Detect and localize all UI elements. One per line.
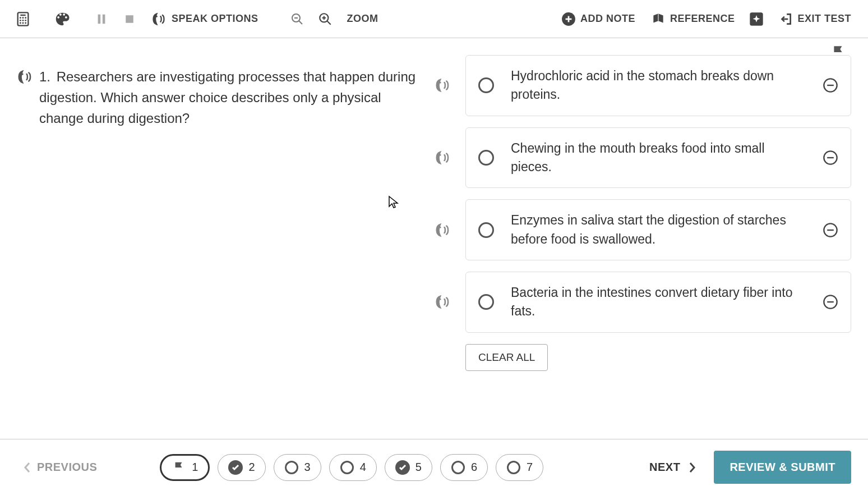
pause-icon xyxy=(95,13,108,25)
palette-button[interactable] xyxy=(50,7,74,31)
svg-point-14 xyxy=(156,15,158,17)
radio-button[interactable] xyxy=(478,222,494,238)
assistant-icon xyxy=(749,11,764,27)
assistant-button[interactable] xyxy=(745,7,768,31)
answer-option[interactable]: Chewing in the mouth breaks food into sm… xyxy=(465,127,851,189)
add-note-label: ADD NOTE xyxy=(580,13,635,25)
question-pill-6[interactable]: 6 xyxy=(440,454,488,481)
speak-answer-button[interactable] xyxy=(432,77,454,94)
question-pill-7[interactable]: 7 xyxy=(496,454,543,481)
eliminate-button[interactable] xyxy=(823,222,838,238)
palette-icon xyxy=(54,11,71,27)
svg-rect-11 xyxy=(98,14,101,24)
speak-icon xyxy=(435,77,451,94)
speak-answer-button[interactable] xyxy=(432,222,454,239)
answer-text: Bacteria in the intestines convert dieta… xyxy=(511,283,806,321)
speak-answer-button[interactable] xyxy=(432,149,454,166)
speak-question-button[interactable] xyxy=(17,68,39,439)
clear-all-button[interactable]: CLEAR ALL xyxy=(465,344,548,371)
exit-test-label: EXIT TEST xyxy=(797,13,851,25)
pill-number: 7 xyxy=(527,461,533,474)
question-pill-1[interactable]: 1 xyxy=(160,454,210,481)
empty-circle-icon xyxy=(340,460,354,475)
pill-number: 4 xyxy=(360,461,366,474)
question-pill-2[interactable]: 2 xyxy=(218,454,265,481)
answer-row: Enzymes in saliva start the digestion of… xyxy=(432,199,851,260)
radio-button[interactable] xyxy=(478,294,494,310)
svg-line-19 xyxy=(327,21,331,25)
question-text: 1. Researchers are investigating process… xyxy=(39,66,421,439)
answer-text: Enzymes in saliva start the digestion of… xyxy=(511,211,806,249)
answer-text: Chewing in the mouth breaks food into sm… xyxy=(511,139,806,177)
speak-options-button[interactable]: SPEAK OPTIONS xyxy=(146,8,264,30)
chevron-right-icon xyxy=(688,462,696,473)
zoom-in-icon xyxy=(318,12,333,26)
clear-row: CLEAR ALL xyxy=(432,344,851,371)
answer-option[interactable]: Enzymes in saliva start the digestion of… xyxy=(465,199,851,260)
pill-number: 2 xyxy=(248,461,255,474)
stop-icon xyxy=(124,14,135,24)
speak-icon xyxy=(435,222,451,239)
eliminate-icon xyxy=(823,294,838,310)
stop-button[interactable] xyxy=(118,7,141,31)
answer-row: Bacteria in the intestines convert dieta… xyxy=(432,272,851,333)
eliminate-icon xyxy=(823,222,838,238)
question-pill-3[interactable]: 3 xyxy=(274,454,321,481)
previous-label: PREVIOUS xyxy=(37,461,97,474)
question-pill-4[interactable]: 4 xyxy=(329,454,377,481)
eliminate-icon xyxy=(823,77,838,93)
check-circle-icon xyxy=(395,460,410,475)
flag-icon xyxy=(831,44,846,61)
svg-rect-12 xyxy=(103,14,105,24)
svg-rect-13 xyxy=(126,15,133,23)
calculator-icon xyxy=(15,11,31,27)
svg-point-32 xyxy=(439,154,441,155)
radio-button[interactable] xyxy=(478,150,494,166)
zoom-out-button[interactable] xyxy=(285,7,309,31)
svg-point-38 xyxy=(439,299,441,300)
pill-number: 3 xyxy=(304,461,311,474)
speak-icon xyxy=(151,11,167,27)
question-column: 1. Researchers are investigating process… xyxy=(17,49,432,439)
add-note-icon xyxy=(561,12,576,26)
pause-button[interactable] xyxy=(90,7,113,31)
reference-button[interactable]: REFERENCE xyxy=(645,8,741,30)
eliminate-button[interactable] xyxy=(823,294,838,310)
exit-icon xyxy=(778,12,793,26)
speak-icon xyxy=(435,149,451,166)
flag-icon xyxy=(172,460,186,475)
pill-number: 1 xyxy=(192,461,198,474)
svg-point-28 xyxy=(21,73,23,75)
speak-answer-button[interactable] xyxy=(432,294,454,310)
toolbar: SPEAK OPTIONS ZOOM ADD NOTE REFERENCE EX… xyxy=(0,0,868,38)
svg-point-29 xyxy=(439,82,441,84)
bottom-nav: PREVIOUS 1 2 3 4 5 xyxy=(0,439,868,495)
reference-label: REFERENCE xyxy=(670,13,735,25)
eliminate-button[interactable] xyxy=(823,77,838,93)
speak-options-label: SPEAK OPTIONS xyxy=(172,13,258,25)
exit-test-button[interactable]: EXIT TEST xyxy=(773,8,857,30)
calculator-button[interactable] xyxy=(11,7,35,31)
previous-button[interactable]: PREVIOUS xyxy=(17,456,104,478)
next-button[interactable]: NEXT xyxy=(643,456,703,478)
eliminate-button[interactable] xyxy=(823,150,838,166)
review-submit-button[interactable]: REVIEW & SUBMIT xyxy=(714,451,851,484)
question-number: 1. xyxy=(39,69,50,84)
radio-button[interactable] xyxy=(478,77,494,93)
zoom-out-icon xyxy=(290,12,304,26)
speak-icon xyxy=(435,294,451,310)
answer-option[interactable]: Hydrochloric acid in the stomach breaks … xyxy=(465,55,851,116)
check-circle-icon xyxy=(228,460,243,475)
flag-question-button[interactable] xyxy=(831,44,846,61)
empty-circle-icon xyxy=(451,460,465,475)
question-pill-5[interactable]: 5 xyxy=(385,454,432,481)
next-label: NEXT xyxy=(649,461,680,474)
empty-circle-icon xyxy=(284,460,299,475)
add-note-button[interactable]: ADD NOTE xyxy=(556,8,641,30)
svg-line-16 xyxy=(299,21,302,24)
zoom-in-button[interactable] xyxy=(313,7,337,31)
reference-icon xyxy=(651,12,666,26)
content-area: 1. Researchers are investigating process… xyxy=(0,38,868,439)
answer-row: Hydrochloric acid in the stomach breaks … xyxy=(432,55,851,116)
answer-option[interactable]: Bacteria in the intestines convert dieta… xyxy=(465,272,851,333)
